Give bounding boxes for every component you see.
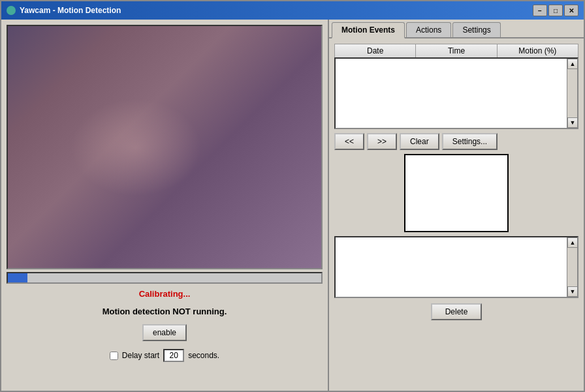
col-time: Time xyxy=(416,44,497,57)
tab-content: Date Time Motion (%) ▲ ▼ << >> xyxy=(329,38,584,391)
tabs-row: Motion Events Actions Settings xyxy=(329,20,584,38)
title-bar-controls: − □ ✕ xyxy=(533,5,578,16)
col-date: Date xyxy=(335,44,416,57)
preview-box xyxy=(404,154,509,232)
events-table: Date Time Motion (%) ▲ ▼ xyxy=(334,44,578,129)
log-scrollbar[interactable]: ▲ ▼ xyxy=(567,237,577,297)
table-body: ▲ ▼ xyxy=(334,57,578,129)
camera-view xyxy=(7,25,323,269)
status-text: Motion detection NOT running. xyxy=(7,304,323,319)
nav-buttons: << >> Clear Settings... xyxy=(334,133,578,150)
right-panel: Motion Events Actions Settings Date Time… xyxy=(328,20,584,391)
prev-button[interactable]: << xyxy=(334,133,364,150)
tab-motion-events[interactable]: Motion Events xyxy=(332,22,405,38)
delay-label: Delay start xyxy=(122,351,159,360)
enable-button[interactable]: enable xyxy=(142,324,187,341)
log-scroll-down[interactable]: ▼ xyxy=(567,286,578,297)
scroll-down-arrow[interactable]: ▼ xyxy=(567,117,578,128)
log-scroll-up[interactable]: ▲ xyxy=(567,237,578,248)
progress-fill xyxy=(8,273,27,282)
content-area: Calibrating... Motion detection NOT runn… xyxy=(1,20,584,391)
delay-checkbox[interactable] xyxy=(110,352,118,360)
log-area: ▲ ▼ xyxy=(334,236,578,298)
progress-bar-area xyxy=(7,272,323,284)
title-bar-left: Yawcam - Motion Detection xyxy=(7,6,121,15)
title-bar: Yawcam - Motion Detection − □ ✕ xyxy=(1,1,584,20)
delete-btn-area: Delete xyxy=(334,302,578,322)
minimize-button[interactable]: − xyxy=(533,5,547,16)
left-panel: Calibrating... Motion detection NOT runn… xyxy=(1,20,328,391)
delay-input[interactable] xyxy=(163,349,184,362)
tab-settings[interactable]: Settings xyxy=(452,22,500,37)
delete-button[interactable]: Delete xyxy=(431,303,482,320)
settings-button[interactable]: Settings... xyxy=(442,133,498,150)
close-button[interactable]: ✕ xyxy=(564,5,578,16)
enable-btn-area: enable xyxy=(7,322,323,344)
table-scrollbar[interactable]: ▲ ▼ xyxy=(567,59,577,128)
delay-row: Delay start seconds. xyxy=(7,346,323,365)
col-motion: Motion (%) xyxy=(498,44,578,57)
app-icon xyxy=(7,6,16,15)
tab-actions[interactable]: Actions xyxy=(406,22,451,37)
maximize-button[interactable]: □ xyxy=(548,5,563,16)
table-header: Date Time Motion (%) xyxy=(334,44,578,57)
scroll-up-arrow[interactable]: ▲ xyxy=(567,59,578,69)
calibrating-text: Calibrating... xyxy=(7,286,323,301)
clear-button[interactable]: Clear xyxy=(400,133,439,150)
next-button[interactable]: >> xyxy=(367,133,397,150)
window-title: Yawcam - Motion Detection xyxy=(20,6,121,15)
main-window: Yawcam - Motion Detection − □ ✕ Calibrat… xyxy=(0,0,585,392)
seconds-label: seconds. xyxy=(188,351,219,360)
